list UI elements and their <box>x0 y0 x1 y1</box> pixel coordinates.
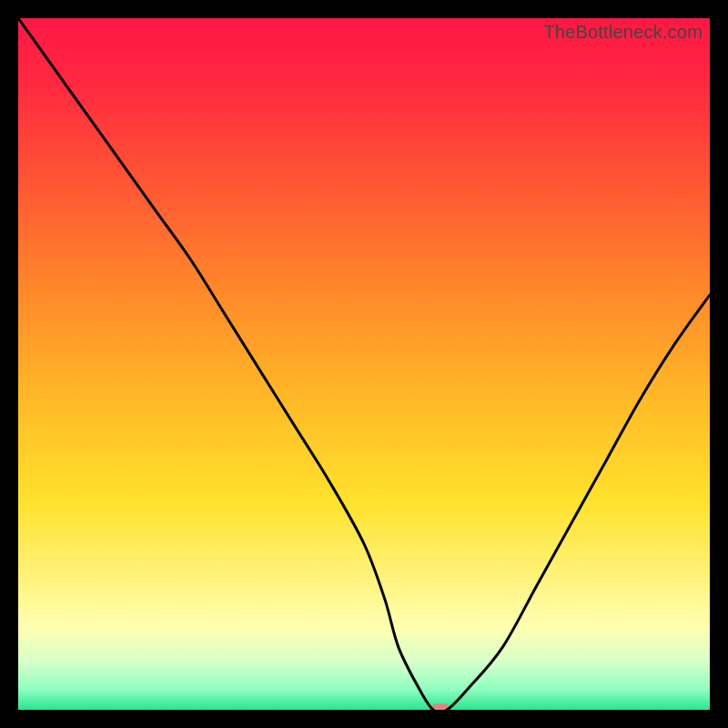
bottleneck-curve <box>18 18 710 710</box>
chart-frame: TheBottleneck.com <box>0 0 728 728</box>
plot-area: TheBottleneck.com <box>18 18 710 710</box>
watermark-text: TheBottleneck.com <box>543 22 703 43</box>
